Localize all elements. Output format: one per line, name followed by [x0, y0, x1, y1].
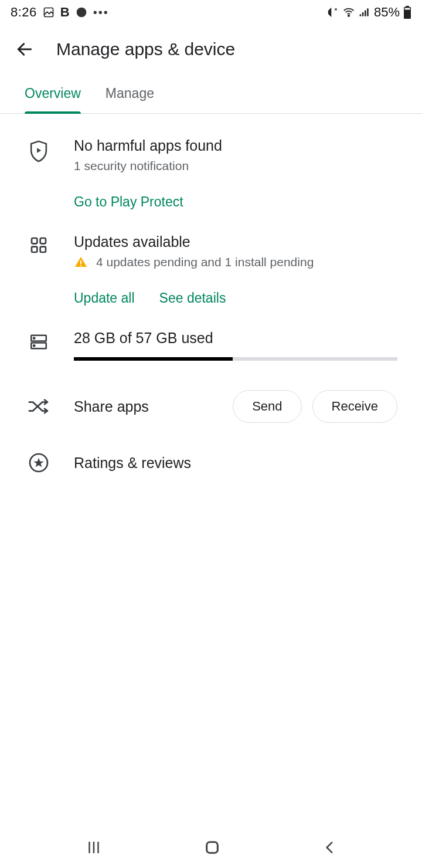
apps-grid-icon — [25, 233, 53, 306]
svg-rect-5 — [365, 11, 366, 16]
back-button[interactable] — [14, 39, 35, 60]
warning-icon — [74, 255, 88, 269]
wifi-icon — [342, 6, 355, 18]
vibrate-icon — [327, 6, 339, 18]
shield-play-icon — [25, 137, 53, 210]
storage-icon — [25, 330, 53, 361]
system-nav-bar — [0, 827, 422, 868]
back-nav-button[interactable] — [322, 839, 337, 856]
page-title: Manage apps & device — [56, 39, 235, 59]
section-updates[interactable]: Updates available 4 updates pending and … — [25, 210, 397, 306]
svg-rect-13 — [40, 238, 46, 243]
updates-title: Updates available — [74, 233, 397, 250]
storage-progress-fill — [74, 357, 233, 361]
svg-rect-4 — [362, 12, 364, 16]
svg-rect-15 — [40, 247, 46, 252]
app-header: Manage apps & device — [0, 25, 422, 74]
status-left: 8:26 B ••• — [11, 5, 109, 20]
section-play-protect[interactable]: No harmful apps found 1 security notific… — [25, 114, 397, 210]
svg-rect-16 — [80, 260, 81, 264]
share-apps-label: Share apps — [74, 398, 222, 415]
svg-point-2 — [348, 15, 350, 17]
svg-rect-11 — [405, 8, 410, 10]
storage-progress-bar — [74, 357, 397, 361]
status-right: 85% — [327, 5, 411, 20]
storage-label: 28 GB of 57 GB used — [74, 330, 397, 347]
update-all-button[interactable]: Update all — [74, 290, 135, 306]
image-icon — [43, 6, 55, 18]
section-ratings-reviews[interactable]: Ratings & reviews — [25, 423, 397, 473]
bold-b-icon: B — [60, 5, 70, 20]
updates-subtitle-text: 4 updates pending and 1 install pending — [96, 255, 314, 269]
svg-point-1 — [76, 8, 86, 18]
see-details-button[interactable]: See details — [159, 290, 226, 306]
status-bar: 8:26 B ••• 85% — [0, 0, 422, 25]
svg-rect-26 — [207, 842, 218, 853]
tab-manage[interactable]: Manage — [106, 74, 154, 113]
svg-rect-10 — [405, 9, 410, 18]
svg-rect-6 — [367, 8, 369, 16]
more-icon: ••• — [93, 6, 109, 19]
battery-text: 85% — [374, 5, 400, 20]
send-button[interactable]: Send — [233, 390, 301, 423]
svg-rect-3 — [360, 14, 362, 16]
svg-rect-7 — [406, 6, 409, 7]
ratings-label: Ratings & reviews — [74, 455, 191, 472]
protect-title: No harmful apps found — [74, 137, 397, 154]
receive-button[interactable]: Receive — [312, 390, 397, 423]
app-icon — [76, 6, 87, 18]
recents-button[interactable] — [85, 839, 103, 856]
tab-overview[interactable]: Overview — [25, 74, 81, 113]
status-time: 8:26 — [11, 5, 37, 20]
shuffle-icon — [25, 398, 53, 415]
tab-bar: Overview Manage — [0, 74, 422, 114]
protect-subtitle: 1 security notification — [74, 159, 397, 173]
svg-point-20 — [33, 337, 35, 338]
svg-point-21 — [33, 345, 35, 346]
svg-rect-17 — [80, 265, 81, 266]
home-button[interactable] — [203, 838, 222, 857]
section-share-apps: Share apps Send Receive — [25, 361, 397, 423]
svg-rect-14 — [32, 247, 37, 252]
signal-icon — [359, 6, 370, 18]
svg-rect-12 — [32, 238, 37, 243]
section-storage[interactable]: 28 GB of 57 GB used — [25, 306, 397, 361]
battery-icon — [403, 6, 411, 19]
star-circle-icon — [25, 452, 53, 473]
updates-subtitle: 4 updates pending and 1 install pending — [74, 255, 397, 269]
go-play-protect-button[interactable]: Go to Play Protect — [74, 194, 183, 210]
